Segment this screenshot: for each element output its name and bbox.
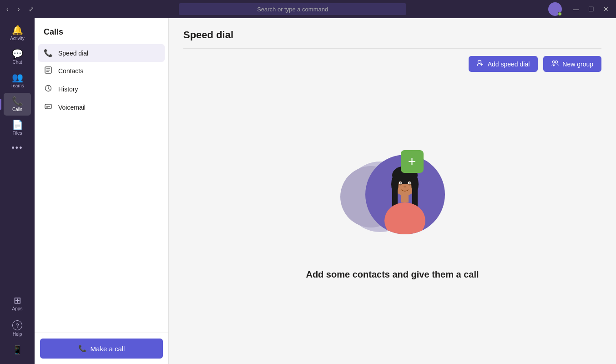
sidebar-item-activity[interactable]: 🔔 Activity [4,22,31,45]
page-title: Speed dial [183,29,601,41]
avatar-status [558,12,562,16]
empty-state: + Add some contacts and give them a call [169,79,616,364]
add-speed-dial-label: Add speed dial [488,61,530,68]
titlebar-right: — ☐ ✕ [548,2,612,16]
sidebar-item-more[interactable]: ••• [4,140,31,156]
help-icon: ? [12,320,22,330]
sidebar-item-teams[interactable]: 👥 Teams [4,69,31,92]
left-panel: Calls 📞 Speed dial Contacts [35,18,169,364]
sidebar-item-chat-label: Chat [12,60,22,65]
menu-item-history[interactable]: History [38,80,165,98]
sidebar-item-device[interactable]: 📱 [4,342,31,358]
main-layout: 🔔 Activity 💬 Chat 👥 Teams 📞 Calls 📄 File… [0,18,616,364]
activity-icon: 🔔 [12,25,23,35]
sidebar-item-calls[interactable]: 📞 Calls [4,93,31,116]
new-group-icon [551,60,559,68]
titlebar: ‹ › ⤢ — ☐ ✕ [0,0,616,18]
maximize-button[interactable]: ☐ [585,4,598,15]
sidebar-item-files[interactable]: 📄 Files [4,116,31,139]
illustration-plus: + [401,150,424,173]
empty-state-text: Add some contacts and give them a call [306,269,479,280]
svg-point-11 [553,61,555,63]
forward-button[interactable]: › [15,4,23,15]
menu-item-contacts[interactable]: Contacts [38,62,165,80]
svg-rect-29 [401,193,409,202]
content-header: Speed dial [169,18,616,48]
menu-item-speed-dial-label: Speed dial [58,50,88,57]
back-button[interactable]: ‹ [4,4,11,15]
speed-dial-icon: 📞 [44,49,53,57]
sidebar-item-activity-label: Activity [10,36,25,41]
menu-item-speed-dial[interactable]: 📞 Speed dial [38,44,165,62]
window-controls: — ☐ ✕ [569,4,612,15]
svg-point-26 [409,182,411,183]
sidebar-item-files-label: Files [12,131,22,136]
files-icon: 📄 [12,120,23,129]
make-call-button[interactable]: 📞 Make a call [40,339,163,359]
search-input[interactable] [179,3,406,15]
minimize-button[interactable]: — [569,4,583,15]
add-speed-dial-icon [477,60,484,68]
menu-item-contacts-label: Contacts [58,67,83,75]
sidebar-item-help-label: Help [13,332,22,337]
svg-point-25 [400,182,402,183]
sidebar-item-help[interactable]: ? Help [4,317,31,340]
voicemail-icon [44,103,53,112]
make-call-icon: 📞 [78,344,87,353]
contacts-icon [44,66,53,76]
chat-icon: 💬 [12,49,23,58]
svg-point-28 [384,202,425,234]
svg-point-12 [555,61,558,63]
popout-button[interactable]: ⤢ [26,4,37,15]
sidebar-nav: 🔔 Activity 💬 Chat 👥 Teams 📞 Calls 📄 File… [0,18,35,364]
panel-footer: 📞 Make a call [35,333,168,364]
teams-icon: 👥 [12,73,23,82]
svg-point-8 [478,61,481,64]
menu-item-voicemail-label: Voicemail [58,104,86,111]
main-content: Speed dial Add speed dial [169,18,616,364]
titlebar-search [179,3,406,15]
menu-item-history-label: History [58,86,78,93]
sidebar-item-apps-label: Apps [12,306,23,311]
svg-point-27 [404,186,406,187]
add-speed-dial-button[interactable]: Add speed dial [469,56,538,72]
panel-menu: 📞 Speed dial Contacts [35,42,168,333]
avatar[interactable] [548,2,562,16]
apps-icon: ⊞ [14,296,21,305]
menu-item-voicemail[interactable]: Voicemail [38,98,165,116]
more-icon: ••• [12,144,23,152]
sidebar-item-apps[interactable]: ⊞ Apps [4,292,31,315]
history-icon [44,85,53,94]
device-icon: 📱 [12,346,22,354]
panel-title: Calls [35,18,168,42]
sidebar-item-chat[interactable]: 💬 Chat [4,46,31,68]
titlebar-left: ‹ › ⤢ [4,4,37,15]
make-call-label: Make a call [91,345,125,353]
calls-icon: 📞 [12,96,23,106]
content-toolbar: Add speed dial New group [169,49,616,79]
new-group-button[interactable]: New group [543,56,601,72]
new-group-label: New group [562,61,593,68]
sidebar-item-calls-label: Calls [12,107,22,112]
sidebar-nav-bottom: ⊞ Apps ? Help 📱 [4,292,31,364]
sidebar-item-teams-label: Teams [10,83,24,88]
illustration: + [338,146,447,255]
close-button[interactable]: ✕ [600,4,612,15]
